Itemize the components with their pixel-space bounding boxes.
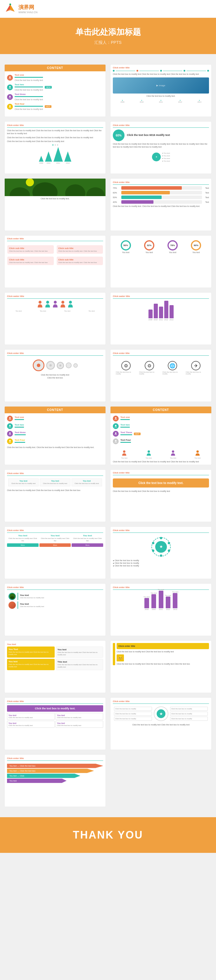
- icon-14-2: [113, 423, 119, 429]
- svg-text:★: ★: [159, 711, 163, 716]
- s23g3-title: You text: [8, 722, 53, 724]
- btn17-3[interactable]: More: [71, 543, 103, 547]
- s24r2: Click the text box to modify: [170, 712, 208, 716]
- star-diagram: ★: [113, 534, 209, 559]
- s23g1: You text Click the text box to modify te…: [7, 713, 55, 720]
- slide-yellow-22: Click enter title Click the text box to …: [110, 640, 211, 693]
- slide25-divider: [7, 760, 103, 761]
- svg-point-16: [10, 417, 11, 419]
- slide11-note: Click the text box to modify textClick t…: [7, 374, 103, 379]
- icon-circle-4: [7, 104, 13, 110]
- pb5: You text 2013: [172, 591, 178, 610]
- pink-card-2: Click sub title Click the text box to mo…: [57, 245, 103, 254]
- slide24-title: Click enter title: [113, 700, 209, 703]
- slide-circles-11: Click enter title Click the text box to …: [5, 349, 106, 402]
- pcard2-title: Click sub title: [59, 247, 102, 250]
- s24l3: Click the text box to modify: [114, 717, 152, 721]
- slide20-inner: Click enter title You text 2009 You text…: [111, 584, 211, 612]
- plane-icon-4: ✈: [191, 361, 200, 370]
- slide22-text2: Click the text box to modify text Click …: [117, 663, 209, 665]
- tri-wrap-1: 2009: [39, 156, 44, 164]
- svg-point-18: [10, 433, 11, 434]
- item1-label: Text one: [14, 74, 43, 76]
- list-item-13-4: Text Four: [7, 438, 103, 444]
- svg-point-24: [123, 450, 125, 453]
- vb1-l: 2009: [148, 319, 152, 321]
- slide17-divider: [7, 533, 103, 533]
- stat1-label: You text: [122, 251, 129, 253]
- s24r3: Click the text box to modify: [170, 717, 208, 721]
- slide16-top: Click enter title: [111, 470, 211, 479]
- slide1-content: Text one Click the text box to modify te…: [5, 71, 105, 115]
- cog-icon-2: ⚙: [145, 361, 154, 370]
- icon-13-4: [7, 438, 13, 444]
- item14-1-text: Text one: [121, 416, 130, 421]
- icon-box-3: 🌐 Click the text box to modify: [162, 361, 183, 375]
- pl2: You text: [40, 310, 46, 312]
- stat3-label: You text: [169, 251, 176, 253]
- af2-bar: You text — Click the text box: [7, 769, 94, 773]
- footer-item2: ● 2010: [140, 99, 143, 103]
- list-item-13-3: Text three: [7, 431, 103, 437]
- line4: [186, 71, 206, 71]
- af-row-2: You text — Click the text box: [7, 769, 103, 773]
- pink-card-3: Click sub title Click the text box to mo…: [7, 257, 54, 265]
- pb5-val: You text: [172, 591, 178, 593]
- conn-photo-svg-1: [10, 593, 15, 599]
- slide18-title: Click enter title: [113, 529, 209, 531]
- stat3-ring: 78%: [167, 240, 178, 250]
- slide10-inner: Click water title 2009 2010 2011 2012: [111, 293, 211, 323]
- logo-main: 演界网: [18, 4, 37, 11]
- item13-3-text: Text three: [14, 431, 26, 436]
- icon1-label: Click the text box to modify: [116, 371, 136, 375]
- slide6-inner: Click enter title 75% Text 60% Text: [111, 178, 211, 210]
- nature-svg: [5, 178, 105, 196]
- vb5-bar: [170, 305, 174, 318]
- item14-1-bar: [121, 419, 130, 420]
- pb3-bar: [159, 591, 164, 608]
- slide16-note: Click the text box to modify text Click …: [111, 490, 211, 494]
- btn17-2[interactable]: More: [40, 543, 71, 547]
- item13-1-label: Text one: [14, 416, 24, 418]
- icon-circle-1: [7, 75, 13, 81]
- af-row-1: You text — Click the text box: [7, 764, 103, 768]
- slide-special-24: Click enter title Click the text box to …: [110, 697, 211, 750]
- col17-2: You text Click the text box to modify te…: [40, 534, 71, 542]
- vb1: 2009: [148, 310, 152, 321]
- pcard1-title: Click sub title: [9, 247, 52, 250]
- logo-area: 演界网 WWW.YANJ.CN: [5, 3, 37, 14]
- slide12-title: Click enter title: [113, 352, 209, 355]
- pb3-label: 2011: [159, 609, 163, 610]
- svg-point-2: [10, 86, 11, 88]
- icon-box-1: ⚙ Click the text box to modify: [116, 361, 136, 375]
- s23g3: You text Click the text box to modify te…: [7, 721, 55, 728]
- slide24-inner: Click enter title Click the text box to …: [111, 698, 211, 729]
- ci1: ● You text: [162, 152, 170, 154]
- s23g4-body: Click the text box to modify text: [57, 725, 102, 726]
- d1: [52, 145, 54, 146]
- tri-wrap-4: 2012: [64, 151, 71, 164]
- svg-point-26: [172, 450, 174, 453]
- pcard3-text: Click the text box to modify text. Click…: [9, 262, 52, 263]
- slide10-title: Click water title: [113, 295, 209, 298]
- slide22-text1: Click the text box to modify text Click …: [117, 650, 209, 653]
- page-header: 演界网 WWW.YANJ.CN: [0, 0, 216, 18]
- btn17-1[interactable]: More: [7, 543, 38, 547]
- list-item-14-2: Text two: [113, 423, 209, 429]
- line2: [140, 71, 159, 71]
- yg1-text: Click the text box to modify text Click …: [8, 651, 53, 656]
- list-item-4-text: Text four Click the text box to modify t…: [14, 103, 43, 110]
- item4-label: Text four: [14, 103, 43, 105]
- slide7-divider: [7, 241, 103, 241]
- hbar-3: 50% Text: [113, 196, 209, 199]
- stat-3: 78% You text: [167, 240, 178, 253]
- fi1-label: 2009: [121, 101, 124, 103]
- slide1-header: CONTENT: [5, 65, 105, 71]
- conn-photo-2: [8, 601, 16, 609]
- gi15-2-title: You text: [41, 480, 69, 482]
- sl18-1: ● Click the text box to modify: [113, 559, 209, 562]
- pb5-label: 2013: [173, 609, 177, 610]
- slide4-para: Click the text box to modify text Click …: [113, 143, 209, 148]
- slide4-cycle: ★ ● You text ● You text ● You text ● You…: [111, 151, 211, 163]
- fi2-label: 2010: [140, 101, 143, 103]
